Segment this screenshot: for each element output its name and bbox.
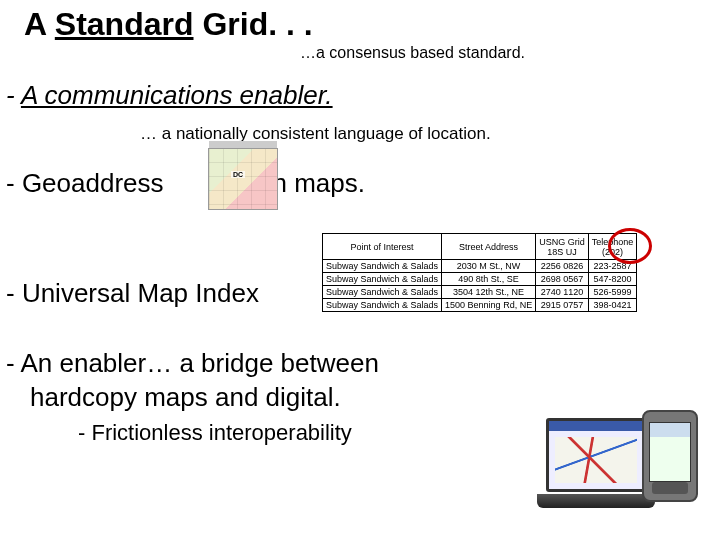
bullet-communications-text: A communications enabler. bbox=[21, 80, 333, 110]
cell: Subway Sandwich & Salads bbox=[323, 286, 442, 299]
laptop-icon bbox=[546, 418, 656, 518]
subtitle-right: …a consensus based standard. bbox=[300, 44, 525, 62]
th-usng: USNG Grid 18S UJ bbox=[536, 234, 589, 260]
cell: 2698 0567 bbox=[536, 273, 589, 286]
cell: 547-8200 bbox=[588, 273, 637, 286]
subtext-language: … a nationally consistent language of lo… bbox=[140, 124, 491, 144]
th-phone: Telephone (202) bbox=[588, 234, 637, 260]
device-illustration bbox=[546, 410, 706, 534]
bullet-geoaddress: - Geoaddress on maps. bbox=[6, 168, 365, 199]
cell: Subway Sandwich & Salads bbox=[323, 260, 442, 273]
cell: 398-0421 bbox=[588, 299, 637, 312]
cell: 526-5999 bbox=[588, 286, 637, 299]
cell: 223-2587 bbox=[588, 260, 637, 273]
map-thumbnail bbox=[208, 148, 278, 210]
cell: Subway Sandwich & Salads bbox=[323, 299, 442, 312]
title-pre: A bbox=[24, 6, 55, 42]
page-title: A Standard Grid. . . bbox=[24, 6, 313, 43]
th-poi: Point of Interest bbox=[323, 234, 442, 260]
cell: 1500 Benning Rd, NE bbox=[442, 299, 536, 312]
title-mid: Standard bbox=[55, 6, 194, 42]
table-row: Subway Sandwich & Salads 490 8th St., SE… bbox=[323, 273, 637, 286]
table-row: Subway Sandwich & Salads 3504 12th St., … bbox=[323, 286, 637, 299]
cell: Subway Sandwich & Salads bbox=[323, 273, 442, 286]
bullet-communications: - A communications enabler. bbox=[6, 80, 333, 111]
cell: 2030 M St., NW bbox=[442, 260, 536, 273]
th-address: Street Address bbox=[442, 234, 536, 260]
cell: 490 8th St., SE bbox=[442, 273, 536, 286]
geoaddress-pre: - Geoaddress bbox=[6, 168, 164, 198]
bullet-universal-map-index: - Universal Map Index bbox=[6, 278, 259, 309]
bullet-enabler-bridge: - An enabler… a bridge between bbox=[6, 348, 379, 379]
title-post: Grid. . . bbox=[194, 6, 313, 42]
bullet-dash: - bbox=[6, 80, 21, 110]
bullet-enabler-bridge-cont: hardcopy maps and digital. bbox=[30, 382, 341, 413]
pda-icon bbox=[642, 410, 698, 502]
table-header-row: Point of Interest Street Address USNG Gr… bbox=[323, 234, 637, 260]
table-row: Subway Sandwich & Salads 1500 Benning Rd… bbox=[323, 299, 637, 312]
table-row: Subway Sandwich & Salads 2030 M St., NW … bbox=[323, 260, 637, 273]
poi-table: Point of Interest Street Address USNG Gr… bbox=[322, 233, 637, 312]
cell: 3504 12th St., NE bbox=[442, 286, 536, 299]
bullet-frictionless: - Frictionless interoperability bbox=[78, 420, 352, 446]
cell: 2915 0757 bbox=[536, 299, 589, 312]
cell: 2740 1120 bbox=[536, 286, 589, 299]
cell: 2256 0826 bbox=[536, 260, 589, 273]
